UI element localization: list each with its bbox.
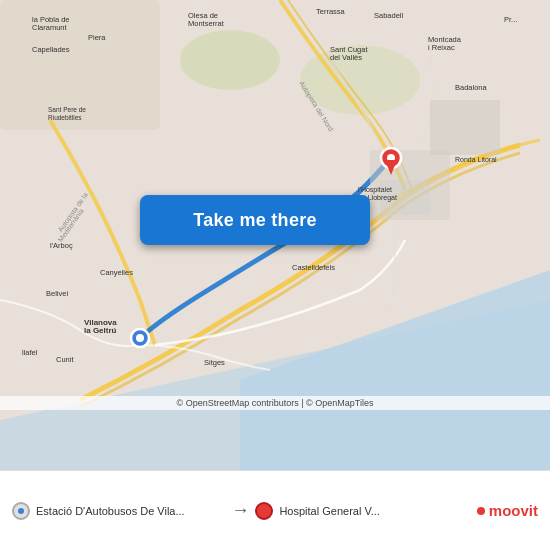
moovit-brand: moovit (489, 502, 538, 519)
svg-text:Terrassa: Terrassa (316, 7, 346, 16)
svg-text:Montserrat: Montserrat (188, 19, 225, 28)
map-container: la Pobla de Claramunt Capellades Piera O… (0, 0, 550, 470)
svg-text:Claramunt: Claramunt (32, 23, 68, 32)
svg-point-41 (136, 334, 144, 342)
svg-text:Capellades: Capellades (32, 45, 70, 54)
svg-text:la Geltrú: la Geltrú (84, 326, 117, 335)
route-button-container: Take me there (140, 195, 370, 245)
svg-text:Badalona: Badalona (455, 83, 488, 92)
map-attribution: © OpenStreetMap contributors | © OpenMap… (0, 396, 550, 410)
svg-text:i Reixac: i Reixac (428, 43, 455, 52)
svg-text:Ronda Litoral: Ronda Litoral (455, 156, 497, 163)
svg-text:Piera: Piera (88, 33, 106, 42)
moovit-logo: moovit (477, 502, 538, 519)
svg-text:llafel: llafel (22, 348, 38, 357)
svg-text:Sitges: Sitges (204, 358, 225, 367)
svg-text:Castelldefels: Castelldefels (292, 263, 335, 272)
take-me-there-button[interactable]: Take me there (140, 195, 370, 245)
destination-icon (255, 502, 273, 520)
svg-rect-8 (430, 100, 500, 155)
bottom-bar: Estació D'Autobusos De Vila... → Hospita… (0, 470, 550, 550)
arrow-divider: → (231, 500, 249, 521)
svg-text:Belivei: Belivei (46, 289, 68, 298)
svg-text:l'Arboç: l'Arboç (50, 241, 73, 250)
svg-text:l'Hospitalet: l'Hospitalet (358, 186, 392, 194)
location-from: Estació D'Autobusos De Vila... (12, 502, 225, 520)
svg-point-3 (180, 30, 280, 90)
svg-text:Riudebitlles: Riudebitlles (48, 114, 82, 121)
svg-text:Sant Pere de: Sant Pere de (48, 106, 86, 113)
from-label: Estació D'Autobusos De Vila... (36, 505, 185, 517)
to-label: Hospital General V... (279, 505, 379, 517)
moovit-dot (477, 507, 485, 515)
origin-icon (12, 502, 30, 520)
svg-text:Canyelles: Canyelles (100, 268, 133, 277)
svg-text:Sabadell: Sabadell (374, 11, 404, 20)
svg-text:Cunit: Cunit (56, 355, 74, 364)
svg-text:del Vallès: del Vallès (330, 53, 362, 62)
svg-text:Pr...: Pr... (504, 15, 517, 24)
location-to: Hospital General V... (255, 502, 468, 520)
